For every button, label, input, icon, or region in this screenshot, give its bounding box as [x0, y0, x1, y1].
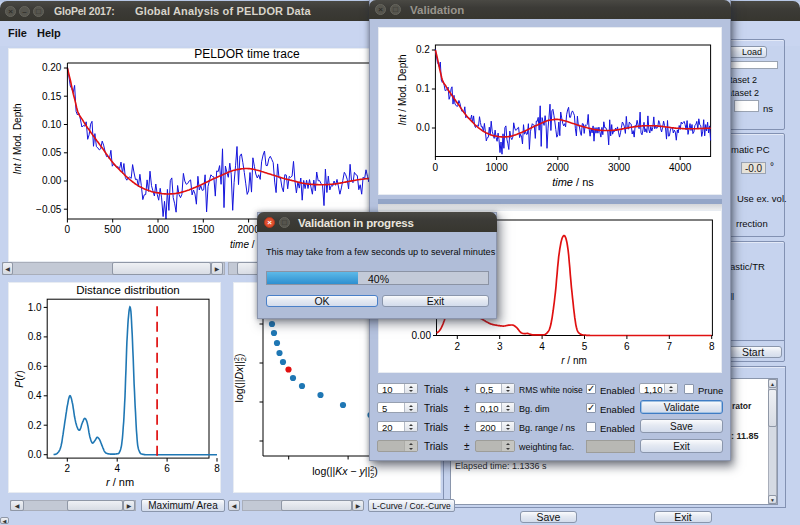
svg-text:5: 5 — [582, 341, 588, 352]
svg-text:PELDOR time trace: PELDOR time trace — [194, 49, 300, 61]
svg-text:4: 4 — [539, 341, 545, 352]
svg-text:0.6: 0.6 — [28, 361, 42, 372]
svg-text:0.00: 0.00 — [412, 330, 432, 341]
svg-text:1.0: 1.0 — [28, 302, 42, 313]
svg-text:8: 8 — [214, 463, 220, 474]
svg-text:0.0: 0.0 — [28, 449, 42, 460]
svg-text:Int / Mod. Depth: Int / Mod. Depth — [12, 103, 23, 174]
svg-text:−0.05: −0.05 — [36, 204, 62, 215]
svg-text:0.10: 0.10 — [42, 119, 62, 130]
svg-text:P(r): P(r) — [13, 370, 25, 388]
svg-text:0.8: 0.8 — [28, 331, 42, 342]
svg-text:1000: 1000 — [147, 224, 170, 235]
svg-text:0.1: 0.1 — [416, 83, 430, 94]
svg-text:Distance distribution: Distance distribution — [76, 284, 180, 296]
svg-text:0.05: 0.05 — [42, 147, 62, 158]
svg-text:0.2: 0.2 — [416, 44, 430, 55]
svg-text:4: 4 — [114, 463, 120, 474]
svg-text:0: 0 — [65, 224, 71, 235]
svg-text:6: 6 — [164, 463, 170, 474]
svg-text:7: 7 — [667, 341, 673, 352]
svg-text:8: 8 — [709, 341, 715, 352]
svg-text:log(||Kx − y||22): log(||Kx − y||22) — [312, 464, 378, 480]
svg-text:1000: 1000 — [485, 162, 508, 173]
svg-text:0: 0 — [433, 162, 439, 173]
svg-text:4000: 4000 — [669, 162, 692, 173]
svg-text:1500: 1500 — [192, 224, 215, 235]
svg-text:6: 6 — [624, 341, 630, 352]
svg-text:r / nm: r / nm — [106, 476, 134, 488]
svg-text:Int / Mod. Depth: Int / Mod. Depth — [397, 54, 408, 125]
svg-text:0.15: 0.15 — [42, 91, 62, 102]
svg-text:0.20: 0.20 — [42, 62, 62, 73]
svg-text:3000: 3000 — [608, 162, 631, 173]
svg-text:0.2: 0.2 — [28, 420, 42, 431]
svg-text:2: 2 — [455, 341, 461, 352]
svg-text:0.4: 0.4 — [28, 390, 42, 401]
svg-text:0.00: 0.00 — [42, 175, 62, 186]
svg-text:500: 500 — [104, 224, 121, 235]
svg-text:time / ns: time / ns — [552, 176, 594, 188]
svg-text:r / nm: r / nm — [561, 355, 587, 366]
svg-text:3: 3 — [497, 341, 503, 352]
svg-text:log(||Dx||22): log(||Dx||22) — [234, 354, 248, 403]
svg-text:2: 2 — [65, 463, 71, 474]
svg-text:2000: 2000 — [547, 162, 570, 173]
svg-text:0.0: 0.0 — [416, 122, 430, 133]
